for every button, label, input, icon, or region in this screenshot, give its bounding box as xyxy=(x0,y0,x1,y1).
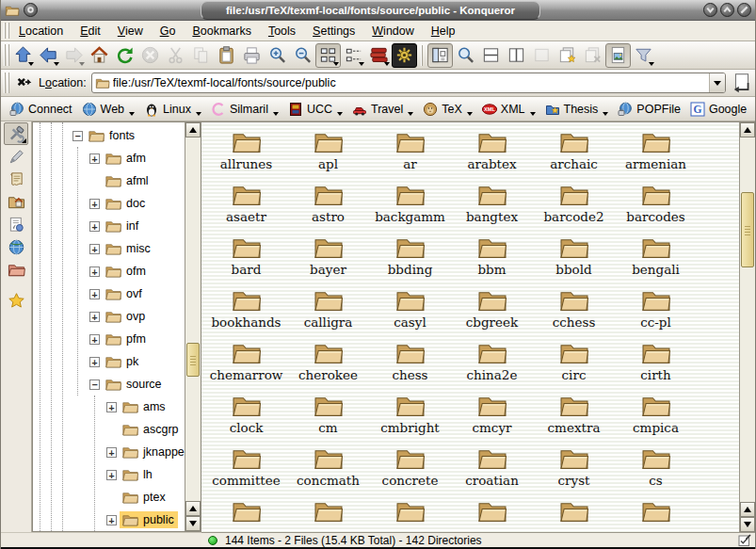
toolbar-list-view-button[interactable] xyxy=(341,43,366,68)
folder-item-bbding[interactable]: bbding xyxy=(369,234,451,286)
tree-scroll-slider[interactable] xyxy=(186,343,200,377)
folder-item[interactable] xyxy=(615,497,697,532)
location-combobox[interactable] xyxy=(91,73,726,93)
folder-item-astro[interactable]: astro xyxy=(287,181,369,234)
folder-item-archaic[interactable]: archaic xyxy=(533,128,615,181)
tree-item-body[interactable]: ovf xyxy=(103,285,146,302)
sidebar-tab-history-scroll[interactable] xyxy=(4,168,28,190)
toolbar-home-button[interactable] xyxy=(87,43,112,68)
folder-item-cmpica[interactable]: cmpica xyxy=(615,392,697,444)
location-toolbar-handle[interactable] xyxy=(3,73,10,93)
folder-item-bookhands[interactable]: bookhands xyxy=(205,286,287,339)
toolbar-print-button[interactable] xyxy=(239,43,265,68)
expand-icon[interactable]: + xyxy=(106,447,117,458)
tree-item-body[interactable]: source xyxy=(103,376,166,393)
toolbar-show-sidebar-button[interactable] xyxy=(427,43,453,68)
folder-item-bbm[interactable]: bbm xyxy=(451,234,533,286)
toolbar-filter-button[interactable] xyxy=(631,43,656,68)
bookmark-tex[interactable]: TeX xyxy=(418,100,477,119)
tree-item-inf[interactable]: +inf xyxy=(33,215,185,237)
folder-item[interactable] xyxy=(287,497,369,532)
toolbar-icon-view-button[interactable] xyxy=(315,43,341,68)
tree-item-fonts[interactable]: −fonts xyxy=(33,124,185,147)
folder-item-cherokee[interactable]: cherokee xyxy=(287,339,369,392)
main-scroll-up2-button[interactable] xyxy=(740,502,755,517)
main-scroll-up-button[interactable] xyxy=(740,122,755,137)
toolbar-image-preview-button[interactable] xyxy=(605,43,631,68)
toolbar-back-arrow-button[interactable] xyxy=(36,43,61,68)
bookmark-xml[interactable]: XMLXML xyxy=(477,100,540,119)
toolbar-split-horizontal-button[interactable] xyxy=(478,43,504,68)
folder-item-cryst[interactable]: cryst xyxy=(533,444,615,497)
folder-item-cirth[interactable]: cirth xyxy=(615,339,697,392)
tree-item-source[interactable]: −source xyxy=(33,373,185,396)
maximize-button[interactable] xyxy=(720,3,734,17)
folder-item-allrunes[interactable]: allrunes xyxy=(205,128,287,181)
folder-item-ar[interactable]: ar xyxy=(369,128,451,181)
bookmark-web[interactable]: Web xyxy=(77,100,139,119)
toolbar-reload-button[interactable] xyxy=(112,43,137,68)
tree-item-jknappen[interactable]: +jknappen xyxy=(33,441,185,463)
main-scroll-slider[interactable] xyxy=(741,192,754,267)
tree-scrollbar[interactable] xyxy=(185,122,201,531)
toolbar-find-button[interactable] xyxy=(453,43,478,68)
sidebar-tab-root-folder[interactable] xyxy=(4,258,28,281)
tree-scroll-down-button[interactable] xyxy=(185,516,201,531)
folder-item-barcode2[interactable]: barcode2 xyxy=(533,181,615,234)
sidebar-tab-pen[interactable] xyxy=(4,145,28,168)
tree-item-body[interactable]: ascgrp xyxy=(120,421,183,438)
expand-icon[interactable]: + xyxy=(106,470,117,480)
tree-item-body[interactable]: fonts xyxy=(86,127,138,144)
go-button[interactable] xyxy=(731,72,753,94)
tree-item-ovf[interactable]: +ovf xyxy=(33,283,185,305)
tree-item-pfm[interactable]: +pfm xyxy=(33,328,185,350)
tree-item-body[interactable]: lh xyxy=(120,466,156,483)
toolbar-tab-new-button[interactable] xyxy=(555,43,580,68)
bookmark-google[interactable]: GGoogle xyxy=(685,100,751,119)
tree-item-body[interactable]: pfm xyxy=(103,331,150,347)
tree-item-lh[interactable]: +lh xyxy=(33,463,185,486)
folder-item-chess[interactable]: chess xyxy=(369,339,451,392)
bookmark-connect[interactable]: Connect xyxy=(5,100,77,119)
folder-item-barcodes[interactable]: barcodes xyxy=(615,181,697,234)
folder-item-cbgreek[interactable]: cbgreek xyxy=(451,286,533,339)
folder-item-clock[interactable]: clock xyxy=(205,392,287,444)
location-dropdown-button[interactable] xyxy=(709,73,725,92)
expand-icon[interactable]: + xyxy=(89,244,100,254)
folder-item-asaetr[interactable]: asaetr xyxy=(205,181,287,234)
folder-item-cmextra[interactable]: cmextra xyxy=(533,392,615,444)
menu-tools[interactable]: Tools xyxy=(260,23,304,40)
menu-bookmarks[interactable]: Bookmarks xyxy=(184,23,260,40)
folder-item-calligra[interactable]: calligra xyxy=(287,286,369,339)
expand-icon[interactable]: + xyxy=(89,221,100,232)
tree-scroll-up-button[interactable] xyxy=(185,122,201,137)
expand-icon[interactable]: + xyxy=(89,334,100,345)
tree-item-misc[interactable]: +misc xyxy=(33,237,185,260)
tree-item-body[interactable]: pk xyxy=(103,353,142,370)
tree-item-body[interactable]: misc xyxy=(103,240,154,257)
bookmark-ucc[interactable]: UCC xyxy=(283,100,347,119)
tree-scroll-up2-button[interactable] xyxy=(185,501,201,516)
expand-icon[interactable]: + xyxy=(89,199,100,209)
folder-item[interactable] xyxy=(205,497,287,532)
toolbar-split-vertical-button[interactable] xyxy=(504,43,529,68)
menu-go[interactable]: Go xyxy=(152,23,185,40)
sidebar-tab-home-folder[interactable] xyxy=(4,190,28,213)
tree-item-body[interactable]: ptex xyxy=(120,489,169,506)
collapse-icon[interactable]: − xyxy=(72,131,83,141)
collapse-icon[interactable]: − xyxy=(89,379,100,390)
tree-item-body[interactable]: ofm xyxy=(103,263,150,280)
folder-item[interactable] xyxy=(369,497,451,532)
tree-item-ptex[interactable]: ptex xyxy=(33,486,185,509)
clear-location-button[interactable] xyxy=(15,73,34,92)
folder-item-casyl[interactable]: casyl xyxy=(369,286,451,339)
toolbar-archive-button[interactable] xyxy=(366,43,392,68)
folder-item-circ[interactable]: circ xyxy=(533,339,615,392)
tree-item-body[interactable]: ovp xyxy=(103,308,149,325)
folder-item-cmbright[interactable]: cmbright xyxy=(369,392,451,444)
folder-item-bayer[interactable]: bayer xyxy=(287,234,369,286)
tree-item-public[interactable]: +public xyxy=(33,509,185,531)
sidebar-tab-network-globe[interactable] xyxy=(4,235,28,258)
expand-icon[interactable]: + xyxy=(89,357,100,367)
expand-icon[interactable]: + xyxy=(106,402,117,412)
